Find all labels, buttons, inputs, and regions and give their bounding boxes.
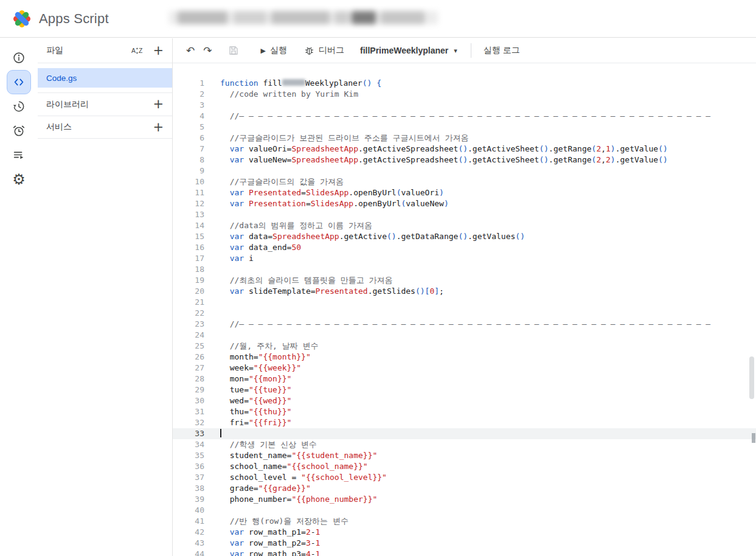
code-line[interactable]: 36 school_name="{{school_name}}" <box>173 461 756 472</box>
code-line[interactable]: 10 //구글슬라이드의 값을 가져옴 <box>173 176 756 187</box>
code-line[interactable]: 34 //학생 기본 신상 변수 <box>173 439 756 450</box>
code-line[interactable]: 11 var Presentated=SlidesApp.openByUrl(v… <box>173 187 756 198</box>
left-rail: ⚙ <box>0 38 38 556</box>
line-number: 14 <box>173 220 204 231</box>
code-editor[interactable]: 1function fillWeeklyplaner() {2 //code w… <box>173 63 756 556</box>
code-line[interactable]: 21 <box>173 297 756 308</box>
execution-log-button[interactable]: 실행 로그 <box>480 43 524 58</box>
code-line[interactable]: 24 <box>173 330 756 341</box>
line-number: 28 <box>173 374 204 384</box>
line-number: 21 <box>173 297 204 308</box>
code-line[interactable]: 30 wed="{{wed}}" <box>173 395 756 406</box>
code-line[interactable]: 28 mon="{{mon}}" <box>173 374 756 384</box>
redo-icon: ↷ <box>203 46 212 56</box>
code-line[interactable]: 8 var valueNew=SpreadsheetApp.getActiveS… <box>173 155 756 165</box>
rail-item-executions[interactable] <box>7 143 31 167</box>
line-number: 36 <box>173 461 204 472</box>
code-line[interactable]: 12 var Presentation=SlidesApp.openByUrl(… <box>173 198 756 209</box>
project-title-redacted[interactable] <box>169 8 438 27</box>
code-line[interactable]: 42 var row_math_p1=2-1 <box>173 527 756 538</box>
code-line[interactable]: 14 //data의 범위를 정하고 이름 가져옴 <box>173 220 756 231</box>
code-line[interactable]: 33 <box>173 428 756 439</box>
code-line[interactable]: 5 <box>173 122 756 133</box>
section-label: 라이브러리 <box>46 99 89 110</box>
code-line[interactable]: 20 var slideTemplate=Presentated.getSlid… <box>173 286 756 297</box>
line-number: 15 <box>173 231 204 242</box>
code-line[interactable]: 9 <box>173 165 756 176</box>
execution-log-label: 실행 로그 <box>484 45 520 56</box>
line-number: 34 <box>173 439 204 450</box>
code-line[interactable]: 19 //최초의 슬라이드 템플릿을 만들고 가져옴 <box>173 275 756 286</box>
line-number: 18 <box>173 264 204 275</box>
file-item-code-gs[interactable]: Code.gs <box>38 68 172 88</box>
redacted-code <box>282 79 305 86</box>
apps-script-logo[interactable] <box>11 8 33 30</box>
code-line[interactable]: 22 <box>173 308 756 319</box>
line-number: 35 <box>173 450 204 461</box>
rail-item-editor[interactable] <box>7 70 31 94</box>
function-selector-label: fillPrimeWeeklyplaner <box>360 46 448 55</box>
function-selector[interactable]: fillPrimeWeeklyplaner ▾ <box>356 43 461 58</box>
add-library-button[interactable]: + <box>153 98 164 111</box>
overview-ruler-cursor-mark <box>752 433 755 443</box>
line-number: 31 <box>173 406 204 417</box>
code-line[interactable]: 17 var i <box>173 253 756 264</box>
code-line[interactable]: 7 var valueOri=SpreadsheetApp.getActiveS… <box>173 144 756 155</box>
play-icon: ▶ <box>261 47 266 55</box>
code-line[interactable]: 23 //— — — — — — — — — — — — — — — — — —… <box>173 319 756 330</box>
code-line[interactable]: 6 //구글슬라이드가 보관된 드라이브 주소를 구글시트에서 가져옴 <box>173 133 756 144</box>
code-line[interactable]: 43 var row_math_p2=3-1 <box>173 538 756 549</box>
code-line[interactable]: 31 thu="{{thu}}" <box>173 406 756 417</box>
run-button[interactable]: ▶ 실행 <box>257 43 291 58</box>
line-number: 2 <box>173 89 204 100</box>
code-line[interactable]: 41 //반 행(row)을 저장하는 변수 <box>173 516 756 527</box>
code-line[interactable]: 40 <box>173 505 756 516</box>
sort-az-icon[interactable]: A Z <box>131 45 143 57</box>
code-line[interactable]: 18 <box>173 264 756 275</box>
code-line[interactable]: 27 week="{{week}}" <box>173 363 756 374</box>
code-line[interactable]: 44 var row_math_p3=4-1 <box>173 549 756 556</box>
save-button[interactable] <box>224 43 243 58</box>
line-number: 7 <box>173 144 204 155</box>
rail-item-overview[interactable] <box>7 46 31 70</box>
rail-item-settings[interactable]: ⚙ <box>7 167 31 192</box>
undo-icon: ↶ <box>186 46 195 56</box>
code-line[interactable]: 16 var data_end=50 <box>173 242 756 253</box>
line-number: 23 <box>173 319 204 330</box>
code-line[interactable]: 37 school_level = "{{school_level}}" <box>173 472 756 483</box>
code-line[interactable]: 13 <box>173 209 756 220</box>
code-line[interactable]: 1function fillWeeklyplaner() { <box>173 78 756 89</box>
scrollbar-thumb[interactable] <box>749 356 754 399</box>
line-number: 40 <box>173 505 204 516</box>
history-icon <box>12 100 26 113</box>
line-number: 26 <box>173 352 204 363</box>
code-line[interactable]: 2 //code written by Yurim Kim <box>173 89 756 100</box>
editor-toolbar: ↶ ↷ ▶ 실행 디버그 fillPrimeWeeklyplaner ▾ 실행 … <box>173 38 756 63</box>
redo-button[interactable]: ↷ <box>199 43 215 58</box>
line-number: 4 <box>173 111 204 122</box>
debug-button[interactable]: 디버그 <box>300 43 348 58</box>
code-line[interactable]: 35 student_name="{{student_name}}" <box>173 450 756 461</box>
header: Apps Script <box>0 0 756 38</box>
code-line[interactable]: 4 //— — — — — — — — — — — — — — — — — — … <box>173 111 756 122</box>
code-line[interactable]: 3 <box>173 100 756 111</box>
code-line[interactable]: 15 var data=SpreadsheetApp.getActive().g… <box>173 231 756 242</box>
line-number: 10 <box>173 176 204 187</box>
undo-button[interactable]: ↶ <box>182 43 198 58</box>
rail-item-revision-history[interactable] <box>7 94 31 119</box>
add-service-button[interactable]: + <box>153 121 164 134</box>
code-line[interactable]: 32 fri="{{fri}}" <box>173 417 756 428</box>
line-number: 9 <box>173 165 204 176</box>
rail-item-triggers[interactable] <box>7 119 31 143</box>
code-line[interactable]: 39 phone_number="{{phone_number}}" <box>173 494 756 505</box>
debug-label: 디버그 <box>319 45 344 56</box>
add-file-button[interactable]: + <box>153 44 164 57</box>
section-services: 서비스 + <box>38 116 172 139</box>
files-panel-title: 파일 <box>46 45 122 56</box>
code-line[interactable]: 38 grade="{{grade}}" <box>173 483 756 494</box>
code-line[interactable]: 29 tue="{{tue}}" <box>173 384 756 395</box>
code-line[interactable]: 25 //월, 주차, 날짜 변수 <box>173 341 756 352</box>
line-number: 13 <box>173 209 204 220</box>
chevron-down-icon: ▾ <box>454 47 457 55</box>
code-line[interactable]: 26 month="{{month}}" <box>173 352 756 363</box>
